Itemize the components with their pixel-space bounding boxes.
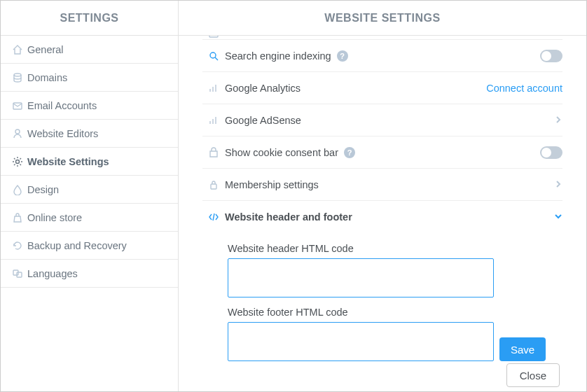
header-settings-title: SETTINGS — [1, 1, 179, 35]
search-indexing-toggle[interactable] — [540, 50, 562, 62]
cookie-icon — [205, 147, 222, 158]
sidebar-item-label: General — [27, 44, 64, 55]
sidebar-item-design[interactable]: Design — [1, 176, 178, 204]
svg-point-3 — [16, 160, 20, 163]
sidebar-item-domains[interactable]: Domains — [1, 64, 178, 92]
sidebar-item-label: Design — [27, 184, 59, 195]
row-google-analytics[interactable]: Google Analytics Connect account — [202, 72, 562, 104]
header: SETTINGS WEBSITE SETTINGS — [1, 1, 586, 36]
header-code-input[interactable] — [228, 258, 494, 298]
save-button[interactable]: Save — [499, 337, 546, 361]
row-label: Google Analytics — [225, 83, 301, 94]
footer-code-input[interactable] — [228, 322, 494, 361]
row-label: Membership settings — [225, 179, 319, 190]
main-scroll-area[interactable]: Search engine indexing ? Google Analytic… — [179, 36, 586, 391]
svg-point-0 — [14, 74, 21, 76]
row-membership[interactable]: Membership settings — [202, 169, 562, 201]
database-icon — [11, 71, 25, 85]
row-label: Show cookie consent bar — [225, 147, 338, 158]
row-label: Search engine indexing — [225, 50, 331, 62]
header-footer-panel: Website header HTML code Website footer … — [202, 233, 562, 367]
home-icon — [11, 43, 25, 57]
sidebar-item-website-settings[interactable]: Website Settings — [1, 148, 178, 176]
sidebar-item-backup[interactable]: Backup and Recovery — [1, 232, 178, 260]
sidebar-item-label: Languages — [27, 268, 78, 279]
search-icon — [205, 50, 222, 62]
sidebar-item-email[interactable]: Email Accounts — [1, 92, 178, 120]
edit-name-link[interactable] — [560, 36, 562, 39]
sidebar-item-label: Website Editors — [27, 128, 98, 139]
row-search-indexing[interactable]: Search engine indexing ? — [202, 40, 562, 72]
chevron-right-icon — [554, 179, 562, 190]
row-header-footer[interactable]: Website header and footer — [202, 201, 562, 233]
row-label: Website header and footer — [225, 211, 352, 223]
svg-point-2 — [15, 130, 20, 134]
mail-icon — [11, 99, 25, 113]
help-icon[interactable]: ? — [337, 50, 348, 62]
sidebar-item-editors[interactable]: Website Editors — [1, 120, 178, 148]
svg-point-7 — [210, 52, 216, 58]
chevron-right-icon — [554, 115, 562, 126]
language-icon — [11, 267, 25, 281]
connect-account-link[interactable]: Connect account — [486, 83, 562, 94]
gear-icon — [11, 155, 25, 169]
sidebar-item-label: Domains — [27, 72, 67, 83]
svg-rect-8 — [211, 184, 216, 189]
code-icon — [205, 211, 222, 223]
sidebar-item-label: Backup and Recovery — [27, 240, 127, 251]
settings-sidebar: General Domains Email Accounts Website E… — [1, 36, 179, 391]
chevron-down-icon — [554, 211, 562, 223]
footer-code-label: Website footer HTML code — [228, 307, 562, 318]
row-cookie-consent[interactable]: Show cookie consent bar ? — [202, 136, 562, 169]
sidebar-item-label: Online store — [27, 212, 82, 223]
drop-icon — [11, 183, 25, 197]
tag-icon — [205, 36, 222, 39]
help-icon[interactable]: ? — [344, 147, 355, 158]
header-page-title: WEBSITE SETTINGS — [179, 1, 586, 35]
close-bar: Close — [506, 363, 560, 387]
row-label: Google AdSense — [225, 115, 301, 126]
svg-rect-6 — [209, 36, 218, 37]
cookie-consent-toggle[interactable] — [540, 146, 562, 159]
row-google-adsense[interactable]: Google AdSense — [202, 104, 562, 136]
chart-icon — [205, 115, 222, 126]
sidebar-item-label: Website Settings — [27, 156, 109, 167]
lock-icon — [205, 179, 222, 190]
close-button[interactable]: Close — [506, 363, 560, 387]
users-icon — [11, 127, 25, 141]
bag-icon — [11, 211, 25, 225]
sidebar-item-label: Email Accounts — [27, 100, 97, 111]
sidebar-item-store[interactable]: Online store — [1, 204, 178, 232]
sidebar-item-general[interactable]: General — [1, 36, 178, 64]
refresh-icon — [11, 239, 25, 253]
sidebar-item-languages[interactable]: Languages — [1, 260, 178, 288]
settings-window: SETTINGS WEBSITE SETTINGS General Domain… — [0, 0, 587, 392]
chart-icon — [205, 83, 222, 94]
header-code-label: Website header HTML code — [228, 243, 562, 254]
